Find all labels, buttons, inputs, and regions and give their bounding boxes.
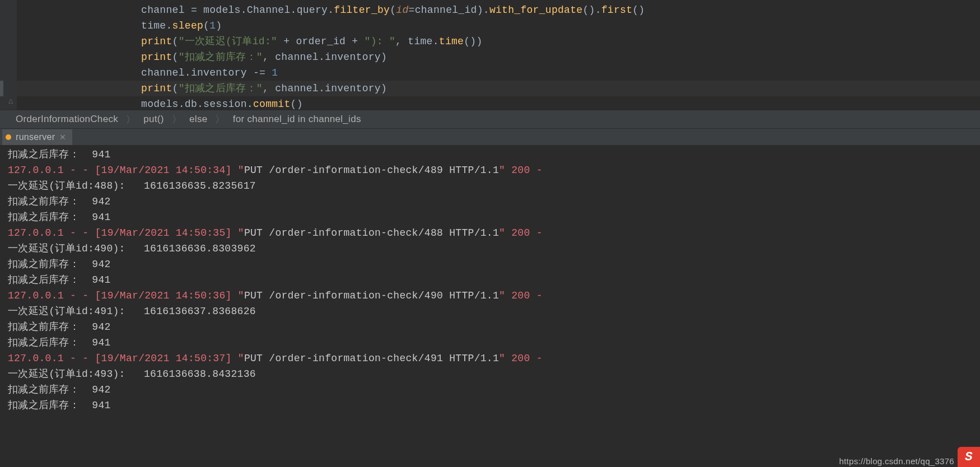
code-line[interactable]: channel = models.Channel.query.filter_by… — [17, 2, 980, 18]
console-line: 一次延迟(订单id:491): 1616136637.8368626 — [8, 303, 980, 319]
console-token: 扣减之前库存： 942 — [8, 196, 111, 207]
console-token: 一次延迟(订单id:491): 1616136637.8368626 — [8, 306, 256, 317]
code-token: filter_by — [334, 4, 390, 16]
console-line: 一次延迟(订单id:490): 1616136636.8303962 — [8, 241, 980, 256]
console-line: 一次延迟(订单id:493): 1616136638.8432136 — [8, 366, 980, 382]
code-token: ) — [381, 52, 387, 63]
breadcrumb-item[interactable]: else — [189, 114, 207, 125]
code-token: "扣减之前库存：" — [179, 52, 263, 63]
console-token: PUT /order-information-check/488 HTTP/1.… — [244, 227, 499, 239]
code-token: ( — [172, 52, 179, 63]
code-token: "扣减之后库存：" — [179, 83, 263, 94]
code-token: channel — [275, 52, 319, 63]
console-line: 127.0.0.1 - - [19/Mar/2021 14:50:35] "PU… — [8, 225, 980, 241]
code-token: query — [297, 4, 328, 16]
code-token: "): " — [365, 36, 396, 47]
code-token: channel — [275, 83, 319, 94]
code-token: order_id — [296, 36, 346, 47]
code-token: ( — [203, 20, 209, 31]
code-line[interactable]: print("扣减之前库存：", channel.inventory) — [17, 49, 980, 65]
console-line: 一次延迟(订单id:488): 1616136635.8235617 — [8, 178, 980, 194]
code-token: ( — [172, 36, 179, 47]
code-token: commit — [253, 99, 291, 110]
code-token: inventory — [191, 67, 253, 78]
code-token: . — [319, 83, 325, 94]
code-token: ) — [477, 4, 483, 16]
console-token: 一次延迟(订单id:493): 1616136638.8432136 — [8, 368, 256, 380]
code-token: inventory — [325, 83, 381, 94]
code-token: . — [241, 4, 247, 16]
console-line: 扣减之后库存： 941 — [8, 335, 980, 351]
watermark-badge-icon: S — [958, 447, 980, 467]
console-token: 127.0.0.1 - - [19/Mar/2021 14:50:34] " — [8, 165, 244, 176]
code-token: inventory — [325, 52, 381, 63]
breadcrumb-item[interactable]: OrderInformationCheck — [16, 114, 118, 125]
console-token: PUT /order-information-check/491 HTTP/1.… — [244, 353, 499, 364]
console-line: 127.0.0.1 - - [19/Mar/2021 14:50:37] "PU… — [8, 351, 980, 366]
code-token: , — [263, 83, 275, 94]
run-console[interactable]: 扣减之后库存： 941127.0.0.1 - - [19/Mar/2021 14… — [0, 146, 980, 467]
code-token: . — [319, 52, 325, 63]
code-token: ) — [216, 20, 222, 31]
console-line: 扣减之前库存： 942 — [8, 382, 980, 398]
code-token: = — [191, 4, 203, 16]
code-token: with_for_update — [489, 4, 583, 16]
console-token: 一次延迟(订单id:488): 1616136635.8235617 — [8, 180, 256, 192]
console-token: " 200 - — [499, 227, 543, 239]
code-token: session — [203, 99, 247, 110]
code-token: 1 — [272, 67, 278, 78]
console-line: 扣减之前库存： 942 — [8, 319, 980, 335]
code-token: ( — [390, 4, 396, 16]
code-token: ( — [172, 83, 179, 94]
code-lines[interactable]: channel = models.Channel.query.filter_by… — [17, 0, 980, 110]
run-status-icon — [6, 134, 11, 140]
code-token: + — [277, 36, 296, 47]
code-line[interactable]: channel.inventory -= 1 — [17, 65, 980, 81]
code-token: ()) — [464, 36, 482, 47]
code-editor[interactable]: △ channel = models.Channel.query.filter_… — [0, 0, 980, 110]
console-token: PUT /order-information-check/490 HTTP/1.… — [244, 290, 499, 301]
code-token: first — [601, 4, 633, 16]
console-line: 扣减之后库存： 941 — [8, 398, 980, 413]
console-token: 扣减之前库存： 942 — [8, 259, 111, 270]
breadcrumb: OrderInformationCheck〉put()〉else〉for cha… — [0, 110, 980, 129]
code-token: , — [395, 36, 408, 47]
code-token: Channel — [247, 4, 291, 16]
code-token: . — [185, 67, 191, 78]
console-line: 扣减之前库存： 942 — [8, 194, 980, 209]
close-icon[interactable]: ✕ — [59, 133, 66, 142]
code-token: sleep — [172, 20, 204, 31]
code-line[interactable]: print("一次延迟(订单id:" + order_id + "): ", t… — [17, 34, 980, 49]
console-token: PUT /order-information-check/489 HTTP/1.… — [244, 165, 499, 176]
code-token: . — [291, 4, 297, 16]
code-token: print — [141, 52, 172, 63]
console-token: " 200 - — [499, 353, 543, 364]
code-token: time — [141, 20, 166, 31]
code-line[interactable]: time.sleep(1) — [17, 18, 980, 34]
code-line[interactable]: models.db.session.commit() — [17, 96, 980, 110]
code-token: . — [483, 4, 489, 16]
breadcrumb-item[interactable]: put() — [143, 114, 164, 125]
console-line: 扣减之前库存： 942 — [8, 256, 980, 272]
breadcrumb-item[interactable]: for channel_id in channel_ids — [233, 114, 361, 125]
chevron-right-icon: 〉 — [172, 113, 181, 126]
console-token: " 200 - — [499, 290, 543, 301]
code-token: db — [185, 99, 197, 110]
console-token: 扣减之后库存： 941 — [8, 149, 111, 160]
code-line[interactable]: print("扣减之后库存：", channel.inventory) — [17, 81, 980, 96]
console-token: 扣减之后库存： 941 — [8, 212, 111, 223]
code-token: id — [396, 4, 408, 16]
code-token: print — [141, 36, 172, 47]
console-token: 扣减之后库存： 941 — [8, 337, 111, 348]
code-token: . — [197, 99, 203, 110]
run-tab-runserver[interactable]: runserver ✕ — [2, 129, 72, 145]
code-token: . — [433, 36, 439, 47]
code-token: () — [582, 4, 595, 16]
code-token: ) — [381, 83, 387, 94]
console-token: " 200 - — [499, 165, 543, 176]
code-token: channel — [141, 67, 185, 78]
console-token: 127.0.0.1 - - [19/Mar/2021 14:50:35] " — [8, 227, 244, 239]
code-token: , — [263, 52, 275, 63]
code-token: models — [203, 4, 241, 16]
fold-toggle-icon[interactable]: △ — [8, 96, 13, 105]
